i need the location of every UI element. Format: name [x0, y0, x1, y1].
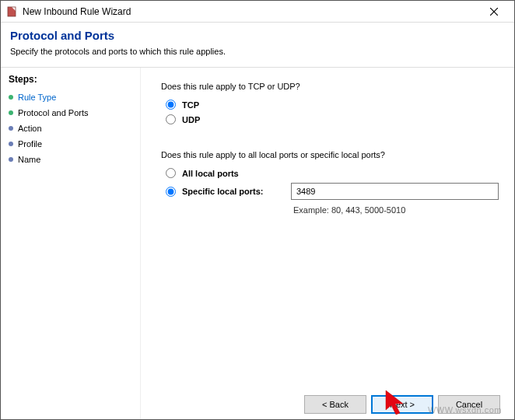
wizard-content: Does this rule apply to TCP or UDP? TCP …	[141, 68, 514, 420]
step-protocol-and-ports[interactable]: Protocol and Ports	[9, 105, 132, 121]
step-label: Rule Type	[18, 93, 56, 102]
close-icon	[490, 8, 498, 16]
step-label: Protocol and Ports	[18, 108, 89, 117]
wizard-header: Protocol and Ports Specify the protocols…	[1, 23, 514, 67]
app-icon	[5, 5, 18, 18]
step-label: Profile	[18, 139, 42, 149]
option-tcp[interactable]: TCP	[161, 97, 499, 112]
radio-label: Specific local ports:	[182, 187, 291, 196]
ports-example: Example: 80, 443, 5000-5010	[293, 205, 499, 215]
step-profile[interactable]: Profile	[9, 136, 132, 152]
radio-specific-ports[interactable]	[166, 187, 176, 197]
next-button[interactable]: Next >	[371, 395, 433, 414]
option-all-ports[interactable]: All local ports	[161, 166, 499, 180]
close-button[interactable]	[478, 1, 510, 23]
step-label: Action	[18, 124, 42, 133]
bullet-icon	[9, 157, 13, 162]
page-subtitle: Specify the protocols and ports to which…	[10, 47, 505, 56]
bullet-icon	[9, 95, 13, 100]
bullet-icon	[9, 126, 13, 131]
radio-label: All local ports	[182, 169, 239, 178]
radio-label: UDP	[182, 115, 200, 124]
radio-tcp[interactable]	[166, 100, 176, 110]
option-specific-ports[interactable]: Specific local ports:	[166, 187, 291, 197]
cancel-button[interactable]: Cancel	[438, 395, 500, 414]
step-label: Name	[18, 155, 40, 164]
radio-all-ports[interactable]	[166, 168, 176, 178]
step-action[interactable]: Action	[9, 121, 132, 136]
option-udp[interactable]: UDP	[161, 112, 499, 127]
window-title: New Inbound Rule Wizard	[23, 6, 478, 17]
question-ports: Does this rule apply to all local ports …	[161, 150, 499, 159]
steps-heading: Steps:	[9, 74, 132, 85]
radio-udp[interactable]	[166, 114, 176, 124]
bullet-icon	[9, 110, 13, 115]
wizard-buttons: < Back Next > Cancel	[304, 395, 500, 414]
steps-sidebar: Steps: Rule Type Protocol and Ports Acti…	[1, 68, 141, 420]
bullet-icon	[9, 142, 13, 146]
titlebar: New Inbound Rule Wizard	[1, 1, 514, 23]
ports-input[interactable]	[291, 183, 499, 200]
back-button[interactable]: < Back	[304, 395, 366, 414]
question-protocol: Does this rule apply to TCP or UDP?	[161, 82, 499, 91]
step-rule-type[interactable]: Rule Type	[9, 89, 132, 105]
radio-label: TCP	[182, 100, 199, 110]
step-name[interactable]: Name	[9, 152, 132, 167]
page-title: Protocol and Ports	[10, 29, 505, 42]
